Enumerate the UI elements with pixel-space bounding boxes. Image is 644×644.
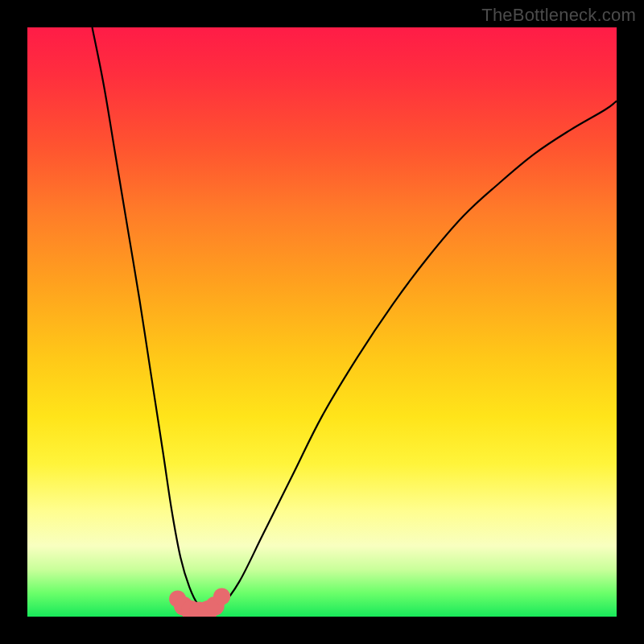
curve-markers <box>169 588 230 617</box>
curve-path <box>93 27 617 611</box>
bottleneck-curve <box>27 27 617 617</box>
watermark-text: TheBottleneck.com <box>481 5 636 26</box>
plot-area <box>27 27 617 617</box>
curve-marker <box>213 588 230 605</box>
chart-frame: TheBottleneck.com <box>0 0 644 644</box>
